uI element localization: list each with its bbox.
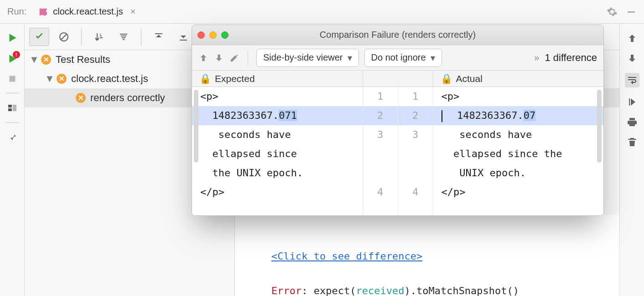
expand-config-icon[interactable] [114,28,134,46]
left-run-toolbar: ! [0,24,25,296]
trash-icon[interactable] [627,137,638,148]
code-line: ellapsed since [192,144,363,163]
stop-icon[interactable] [7,74,17,84]
collapse-up-icon[interactable] [149,28,169,46]
code-line: ellapsed since the [433,144,604,163]
expected-pane[interactable]: <p> 1482363367.071 seconds have ellapsed… [192,87,363,215]
jest-icon [38,7,48,17]
expected-header: 🔒 Expected [192,71,363,87]
chevron-down-icon: ▼ [45,73,54,85]
arrow-up-icon[interactable] [627,33,638,44]
text-caret [441,110,442,122]
tree-file-label: clock.react.test.js [71,73,148,85]
status-badge: ✕ [41,55,51,65]
code-line: seconds have [433,125,604,144]
gutter-left: 1 2 3 4 [363,87,398,215]
run-tab-bar: Run: clock.react.test.js × [0,0,644,24]
code-line: <p> [192,87,363,106]
code-line-diff: 1482363367.071 [192,106,363,125]
lock-icon: 🔒 [441,73,452,84]
right-output-toolbar [619,24,644,296]
code-line: the UNIX epoch. [192,163,363,183]
ignore-mode-select[interactable]: Do not ignore ▾ [364,49,442,67]
chevron-down-icon: ▾ [431,52,435,63]
gear-icon[interactable] [607,6,618,17]
collapse-down-icon[interactable] [173,28,193,46]
received-token: received [356,285,404,296]
status-badge: ✕ [76,93,86,103]
chevron-down-icon: ▼ [29,54,38,66]
viewer-mode-value: Side-by-side viewer [263,52,343,63]
show-ignored-toggle[interactable] [54,28,74,46]
diff-column-labels: 🔒 Expected 🔒 Actual [192,71,603,87]
code-line: </p> [433,183,604,202]
code-line: UNIX epoch. [433,163,604,183]
code-line: seconds have [192,125,363,144]
line-gutter: 1 2 3 4 1 2 3 4 [363,87,433,215]
scroll-to-end-icon[interactable] [627,97,638,107]
rerun-failed-icon[interactable]: ! [6,53,18,65]
dialog-title: Comparison Failure (renders correctly) [192,30,603,40]
svg-rect-2 [8,105,12,107]
print-icon[interactable] [627,117,638,128]
code-line: </p> [192,183,363,202]
svg-rect-0 [628,11,635,13]
show-passed-toggle[interactable] [29,28,49,46]
tree-test-label: renders correctly [90,92,165,104]
dialog-titlebar[interactable]: Comparison Failure (renders correctly) [192,25,603,45]
diff-body: <p> 1482363367.071 seconds have ellapsed… [192,87,603,215]
run-icon[interactable] [6,32,18,44]
run-config-tab[interactable]: clock.react.test.js × [35,4,139,20]
svg-rect-3 [8,108,12,111]
lock-icon: 🔒 [199,73,211,84]
soft-wrap-icon[interactable] [625,73,639,87]
gutter-right: 1 2 3 4 [398,87,433,215]
tree-root-label: Test Results [56,54,110,66]
scrollbar[interactable] [194,90,198,163]
actual-header: 🔒 Actual [433,71,604,87]
expand-toolbar-icon[interactable]: » [534,52,539,63]
minimize-icon[interactable] [626,6,637,17]
ignore-mode-value: Do not ignore [371,52,426,63]
layout-icon[interactable] [7,102,18,113]
chevron-down-icon: ▾ [348,52,352,63]
see-difference-link[interactable]: <Click to see difference> [271,250,422,262]
error-keyword: Error [271,285,301,296]
viewer-mode-select[interactable]: Side-by-side viewer ▾ [256,49,359,67]
pin-icon[interactable] [7,132,17,142]
tab-title: clock.react.test.js [53,6,123,17]
prev-diff-icon[interactable] [198,53,208,63]
comparison-dialog: Comparison Failure (renders correctly) S… [192,25,604,216]
code-line: <p> [433,87,604,106]
close-tab-icon[interactable]: × [130,6,136,17]
error-line: Error: expect(received).toMatchSnapshot(… [271,281,619,296]
actual-pane[interactable]: <p> 1482363367.07 seconds have ellapsed … [433,87,604,215]
edit-icon[interactable] [229,53,239,63]
svg-rect-4 [13,105,16,111]
diff-count: 1 difference [545,52,597,64]
svg-line-6 [61,34,67,40]
dialog-toolbar: Side-by-side viewer ▾ Do not ignore ▾ » … [192,45,603,71]
next-diff-icon[interactable] [214,53,224,63]
status-badge: ✕ [57,74,67,84]
arrow-down-icon[interactable] [627,53,638,64]
code-line-diff: 1482363367.07 [433,106,604,125]
test-console: <Click to see difference> Error: expect(… [234,215,619,296]
svg-rect-1 [9,76,15,82]
run-label: Run: [7,6,26,17]
scrollbar[interactable] [597,90,602,163]
sort-icon[interactable] [89,28,109,46]
